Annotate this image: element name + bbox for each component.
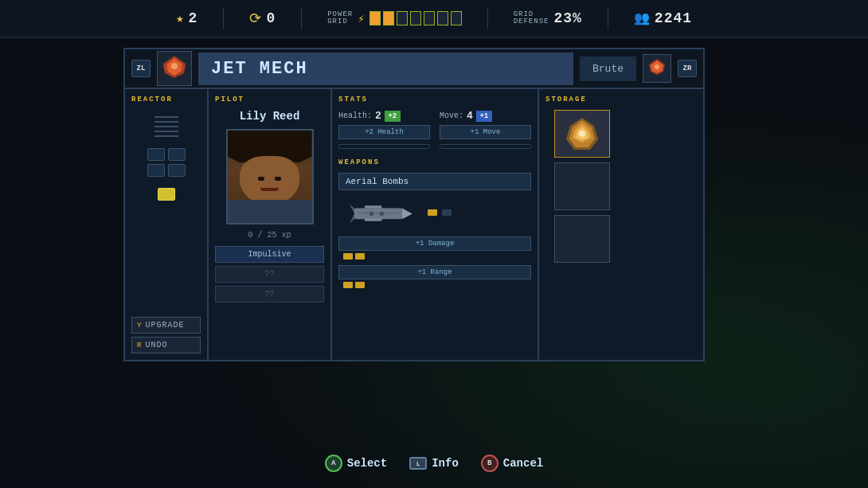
storage-label: STORAGE [545, 96, 619, 103]
damage-slider-dot2 [355, 253, 365, 260]
power-label-bottom: GRID [327, 18, 353, 25]
storage-slot-1[interactable] [554, 110, 610, 158]
power-cell-2 [383, 11, 394, 25]
svg-rect-14 [365, 218, 381, 221]
pilot-trait-button[interactable]: Impulsive [215, 246, 324, 263]
power-cell-7 [451, 11, 462, 25]
mech-type: Brute [580, 57, 636, 81]
stats-row: Health: 2 +2 +2 Health Move: 4 +1 [338, 110, 531, 149]
pilot-name: Lily Reed [215, 110, 324, 123]
panel-header: ZL Jet Mech Brute ZR [125, 49, 703, 89]
pilot-section: PILOT Lily Reed 0 / 25 xp [209, 89, 332, 360]
svg-marker-10 [402, 209, 412, 220]
hud-power-grid: POWER GRID ⚡ [327, 11, 461, 25]
hud-divider-4 [608, 7, 608, 29]
health-upgrade-slider [338, 144, 430, 149]
stats-section: STATS Health: 2 +2 +2 Health Move: [332, 89, 539, 360]
pilot-label: PILOT [215, 96, 324, 103]
population-value: 2241 [655, 10, 692, 26]
eye-left [258, 177, 264, 181]
weapon-name: Aerial Bombs [338, 173, 531, 190]
upgrade-label: Upgrade [145, 321, 184, 330]
power-cell-1 [369, 11, 381, 25]
damage-slider-dot1 [343, 253, 353, 260]
damage-upgrade-button[interactable]: +1 Damage [338, 236, 531, 251]
hud-divider-1 [223, 7, 224, 29]
svg-point-7 [655, 64, 659, 69]
power-cell-6 [437, 11, 448, 25]
nav-left-btn[interactable]: ZL [131, 60, 151, 77]
health-value: 2 [375, 110, 381, 122]
main-panel: ZL Jet Mech Brute ZR REACTOR [123, 48, 705, 361]
storage-slot-3[interactable] [554, 215, 610, 263]
select-label: Select [347, 457, 387, 470]
turns-value: 0 [266, 10, 276, 26]
move-badge: +1 [476, 111, 492, 122]
svg-marker-12 [350, 213, 354, 223]
svg-point-15 [369, 212, 373, 216]
hud-turns: ⟳ 0 [249, 10, 276, 27]
grid-defense-labels: GRID DEFENSE [514, 11, 549, 25]
storage-section: STORAGE [539, 89, 625, 360]
power-grid-bar [369, 11, 462, 25]
power-cell-4 [410, 11, 421, 25]
hud-stars: ★ 2 [176, 10, 197, 26]
pilot-portrait [226, 129, 314, 224]
undo-key: R [137, 342, 142, 349]
range-upgrade-button[interactable]: +1 Range [338, 265, 531, 279]
hud-divider-3 [487, 7, 488, 29]
mech-name: Jet Mech [198, 53, 573, 85]
range-slider-dot1 [343, 282, 353, 288]
damage-dot-2 [442, 209, 452, 216]
nav-right-btn[interactable]: ZR [678, 60, 697, 77]
hud-population: 👥 2241 [634, 10, 692, 26]
weapons-label: WEAPONS [338, 158, 531, 166]
hud-grid-defense: GRID DEFENSE 23% [514, 10, 582, 26]
reactor-section: REACTOR Y Upgrade R Undo [125, 89, 209, 360]
turns-icon: ⟳ [249, 10, 261, 27]
move-stat: Move: 4 +1 +1 Move [440, 110, 531, 149]
power-cell-5 [424, 11, 435, 25]
weapon-damage-row [428, 209, 452, 216]
health-upgrade-button[interactable]: +2 Health [338, 125, 430, 139]
upgrade-button[interactable]: Y Upgrade [131, 317, 201, 334]
move-upgrade-slider [440, 144, 531, 149]
eye-right [275, 177, 281, 181]
svg-marker-11 [350, 204, 354, 213]
svg-point-16 [380, 212, 384, 216]
range-slider-dot2 [355, 282, 365, 288]
move-label: Move: [440, 111, 463, 120]
upgrade-key: Y [137, 322, 142, 330]
info-action: L Info [409, 457, 459, 470]
hud-bar: ★ 2 ⟳ 0 POWER GRID ⚡ GRID DEFENSE 23% [0, 0, 868, 38]
weapon-icon-area [338, 193, 418, 233]
star-icon: ★ [176, 10, 184, 26]
health-stat: Health: 2 +2 +2 Health [338, 110, 430, 149]
cancel-action: B Cancel [481, 455, 543, 472]
face-mouth [260, 188, 278, 191]
select-action: A Select [325, 455, 387, 472]
bottom-action-bar: A Select L Info B Cancel [0, 455, 868, 472]
pilot-unlock1-button[interactable]: ?? [215, 266, 324, 283]
pilot-unlock2-button[interactable]: ?? [215, 286, 324, 303]
grid-label-bottom: DEFENSE [514, 18, 549, 25]
cancel-button[interactable]: B [481, 455, 499, 472]
svg-point-22 [579, 131, 585, 137]
svg-rect-17 [358, 213, 398, 214]
storage-slot-2[interactable] [554, 162, 610, 210]
move-value: 4 [467, 110, 473, 122]
health-label: Health: [338, 111, 372, 120]
damage-dot-1 [428, 209, 437, 216]
undo-label: Undo [145, 341, 167, 349]
svg-rect-9 [354, 209, 402, 220]
reactor-grid [131, 110, 201, 317]
health-badge: +2 [385, 111, 401, 122]
info-label: Info [432, 457, 459, 470]
lightning-icon: ⚡ [358, 12, 364, 25]
select-button[interactable]: A [325, 455, 342, 472]
undo-button[interactable]: R Undo [131, 337, 201, 353]
move-upgrade-button[interactable]: +1 Move [440, 125, 531, 139]
info-button[interactable]: L [409, 457, 427, 470]
face-canvas [228, 131, 312, 223]
svg-rect-13 [365, 205, 381, 208]
